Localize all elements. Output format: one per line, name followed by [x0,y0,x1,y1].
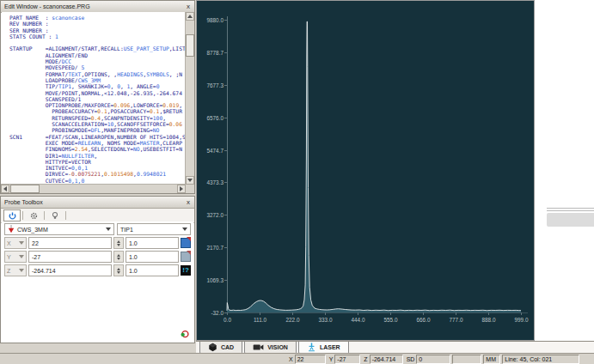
scroll-down-icon[interactable] [186,176,194,185]
code-line[interactable]: DIRVEC=-0.0075221,0.1015498,0.9948021 [9,171,185,177]
probe-toolbox-title: Probe Toolbox [4,199,186,205]
svg-text:2170.7: 2170.7 [206,245,224,251]
edit-window-title: Edit Window - scanoncase.PRG [4,3,186,9]
gear-icon [30,212,38,220]
program-code-editor[interactable]: PART NAME : scanoncaseREV NUMBER :SER NU… [2,12,185,184]
status-z-value: -264.714 [370,355,403,364]
code-line[interactable]: PROBINGMODE=DFL,MANFINEPROBING=NO [9,127,185,133]
code-line[interactable]: STATS COUNT : 1 [9,33,185,39]
horizontal-scroll-thumb[interactable] [10,185,40,193]
code-line[interactable]: HITTYPE=VECTOR [9,159,185,165]
tab-illumination[interactable] [46,209,64,221]
tab-position-probe[interactable] [3,209,21,221]
vertical-scrollbar[interactable] [185,12,194,185]
chevron-down-icon [19,241,24,245]
edit-window: Edit Window - scanoncase.PRG x PART NAME… [0,0,195,194]
laser-intensity-histogram[interactable]: -32.01069.32170.73272.04373.35474.76576.… [197,1,534,340]
cad-cube-icon [208,343,217,352]
svg-text:5474.7: 5474.7 [206,148,224,154]
edit-window-titlebar[interactable]: Edit Window - scanoncase.PRG x [1,1,194,13]
probe-status-icon[interactable] [180,330,189,339]
x-increment-field[interactable]: 1.0 [126,237,179,249]
code-line[interactable]: RETURNSPEED=0.4,SCANPNTDENSITY=100, [9,115,185,121]
code-line[interactable]: SCANACCELERATION=10,SCANOFFSETFORCE=0.06 [9,121,185,127]
svg-text:555.0: 555.0 [384,317,398,323]
x-value-field[interactable]: 22 [28,237,112,249]
scroll-left-icon[interactable] [1,185,9,193]
tip-combo[interactable]: TIP1 [117,223,191,235]
code-line[interactable]: INITVEC=0,0,1 [9,165,185,171]
code-line[interactable]: FORMAT/TEXT,OPTIONS, ,HEADINGS,SYMBOLS, … [9,71,185,77]
laser-graphics-window[interactable]: -32.01069.32170.73272.04373.35474.76576.… [196,0,535,341]
code-line[interactable]: SER NUMBER : [9,27,185,33]
tab-laser-label: LASER [320,344,340,350]
code-line[interactable] [9,39,185,46]
svg-text:0.0: 0.0 [224,317,231,323]
y-increment-field[interactable]: 1.0 [126,251,179,263]
code-line[interactable]: MODE/DCC [9,58,185,64]
y-axis-combo[interactable]: Y [4,251,27,263]
z-increment-field[interactable]: 1.0 [126,264,179,276]
status-blank-cell [452,355,481,364]
z-axis-combo[interactable]: Z [4,264,27,276]
code-line[interactable]: LOADPROBE/CWS_3MM [9,77,185,83]
tab-cad[interactable]: CAD [199,342,242,354]
query-position-button[interactable]: !? [181,265,191,276]
tab-probe-settings[interactable] [25,209,42,221]
probe-arrow-icon [8,225,15,234]
chevron-down-icon [106,228,111,231]
code-line[interactable]: SCANSPEED/1 [9,96,185,102]
read-position-button[interactable] [181,252,191,262]
x-axis-combo[interactable]: X [4,237,27,249]
code-line[interactable]: MOVESPEED/ 5 [9,64,185,70]
pcdmis-application: Edit Window - scanoncase.PRG x PART NAME… [0,0,594,364]
y-value-field[interactable]: -27 [28,251,112,263]
status-caret-position: Line: 45, Col: 021 [502,355,579,364]
svg-text:999.0: 999.0 [515,317,529,323]
probe-file-combo[interactable]: CWS_3MM [4,223,114,235]
code-line[interactable]: PROBEACCURACY=0.1,POSACCURACY=0.1,$RETUR [9,108,185,114]
vision-camera-icon [253,343,264,351]
code-line[interactable]: SCN1 =FEAT/SCAN,LINEAROPEN,NUMBER OF HIT… [9,134,185,140]
close-icon[interactable]: x [186,197,191,207]
close-icon[interactable]: x [186,2,191,11]
code-line[interactable]: EXEC MODE=RELEARN, NOMS MODE=MASTER,CLEA… [9,140,185,146]
code-line[interactable]: TIP/TIP1, SHANKIJK=0, 0, 1, ANGLE=0 [9,83,185,89]
code-line[interactable]: MOVE/POINT,NORMAL,<12.048,-26.935,-264.6… [9,90,185,96]
tab-divider [22,211,23,220]
horizontal-scrollbar[interactable] [1,184,186,193]
probe-toolbox-body: CWS_3MM TIP1 X 22 1.0 [2,221,193,342]
code-line[interactable]: CUTVEC=0,1,0 [9,178,185,184]
tab-laser[interactable]: LASER [298,342,349,354]
code-line[interactable]: REV NUMBER : [9,21,185,27]
code-line[interactable]: DIR1=NULLFILTER, [9,153,185,159]
scroll-up-icon[interactable] [186,12,194,21]
code-line[interactable]: PART NAME : scanoncase [9,15,185,21]
z-spinner[interactable] [113,264,124,276]
x-spinner[interactable] [113,237,124,249]
move-to-position-button[interactable] [181,238,191,248]
status-z-label: Z [364,356,367,362]
background-window-fragment [547,208,594,228]
vertical-scroll-thumb[interactable] [186,34,194,57]
z-value-field[interactable]: -264.714 [28,264,112,276]
status-x-label: X [289,356,293,362]
code-line[interactable]: STARTUP =ALIGNMENT/START,RECALL:USE_PART… [9,46,185,52]
view-tabstrip: CAD VISION LASER [196,341,594,354]
scroll-right-icon[interactable] [177,185,186,193]
svg-text:888.0: 888.0 [482,317,496,323]
fragment-box [547,213,594,227]
tip-value: TIP1 [120,227,180,233]
svg-text:4373.3: 4373.3 [206,179,224,185]
probe-toolbox-window: Probe Toolbox x [0,196,195,343]
code-line[interactable]: OPTIONPROBE/MAXFORCE=0.096,LOWFORCE=0.01… [9,102,185,108]
code-line[interactable]: FINDNOMS=2.54,SELECTEDONLY=NO,USEBESTFIT… [9,146,185,152]
y-spinner[interactable] [113,251,124,263]
tab-vision[interactable]: VISION [244,342,297,354]
code-line[interactable]: ALIGNMENT/END [9,52,185,58]
tab-divider [65,211,66,220]
probe-toolbox-titlebar[interactable]: Probe Toolbox x [1,197,194,209]
svg-text:666.0: 666.0 [417,317,431,323]
svg-text:333.0: 333.0 [319,317,333,323]
status-y-label: Y [329,356,334,362]
